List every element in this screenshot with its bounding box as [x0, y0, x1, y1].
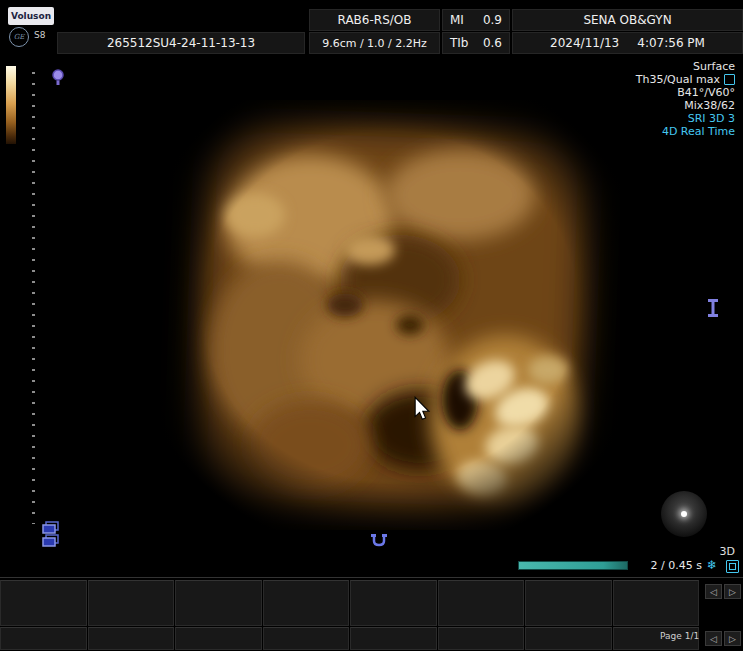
mi-value: 0.9 — [483, 13, 502, 27]
freeze-snowflake-icon: ❄ — [707, 558, 717, 572]
model-label: S8 — [34, 30, 45, 40]
facility-name: SENA OB&GYN — [583, 13, 671, 27]
soft-menu-cell[interactable] — [438, 627, 525, 650]
menu-divider — [0, 577, 743, 578]
quality-indicator-icon — [724, 74, 735, 85]
menu-prev-button[interactable]: ◁ — [705, 584, 722, 599]
fetal-3d-render — [160, 100, 620, 530]
date-label: 2024/11/13 — [550, 36, 619, 50]
cine-counter: 2 / 0.45 s — [634, 559, 702, 572]
mouse-cursor — [413, 396, 431, 426]
sri-setting: SRI 3D 3 — [688, 112, 735, 125]
render-parameters: Surface Th35/Qual max B41°/V60° Mix38/62… — [636, 60, 735, 138]
soft-menu-cell[interactable] — [263, 627, 350, 650]
probe-orientation-icon — [51, 69, 65, 90]
orientation-marker-icon — [706, 298, 720, 322]
soft-menu-cell[interactable] — [263, 580, 350, 626]
page-indicator: Page 1/1 — [660, 631, 706, 641]
probe-cell: RAB6-RS/OB — [309, 9, 440, 31]
image-layers-icon — [40, 521, 62, 551]
render-quality: Th35/Qual max — [636, 73, 720, 86]
dual-format-icon — [726, 560, 739, 573]
menu-next-button[interactable]: ▷ — [724, 584, 741, 599]
page-next-button[interactable]: ▷ — [724, 631, 741, 646]
acq-params: 9.6cm / 1.0 / 2.2Hz — [322, 37, 427, 50]
ultrasound-3d-viewport[interactable] — [160, 100, 620, 530]
ti-cell: TIb 0.6 — [442, 32, 510, 54]
trackball-dot — [681, 511, 687, 517]
soft-menu-cell[interactable] — [88, 580, 175, 626]
ti-label: TIb — [450, 36, 469, 50]
voluson-logo: Voluson — [8, 7, 54, 25]
ge-monogram-icon: GE — [9, 27, 29, 47]
soft-menu-cell[interactable] — [0, 627, 87, 650]
trackball-indicator — [661, 491, 707, 537]
cine-progress-bar[interactable] — [518, 561, 628, 570]
mi-label: MI — [450, 13, 464, 27]
soft-menu-cell[interactable] — [438, 580, 525, 626]
soft-menu-cell[interactable] — [0, 580, 87, 626]
realtime-mode: 4D Real Time — [662, 125, 735, 138]
page-prev-button[interactable]: ◁ — [705, 631, 722, 646]
soft-menu-cell[interactable] — [175, 580, 262, 626]
soft-menu-cell[interactable] — [350, 627, 437, 650]
grayscale-colormap-bar — [6, 66, 16, 144]
render-angles: B41°/V60° — [677, 86, 735, 99]
render-mode: Surface — [693, 60, 735, 73]
soft-menu-cell[interactable] — [175, 627, 262, 650]
datetime-cell: 2024/11/13 4:07:56 PM — [512, 32, 743, 54]
probe-marker-icon — [370, 533, 388, 552]
soft-menu-cell[interactable] — [525, 580, 612, 626]
soft-menu-cell[interactable] — [350, 580, 437, 626]
probe-name: RAB6-RS/OB — [338, 13, 412, 27]
render-mix: Mix38/62 — [684, 99, 735, 112]
ti-value: 0.6 — [483, 36, 502, 50]
depth-ruler-ticks — [32, 72, 35, 524]
patient-id: 265512SU4-24-11-13-13 — [107, 36, 255, 50]
soft-menu-cell[interactable] — [525, 627, 612, 650]
facility-cell: SENA OB&GYN — [512, 9, 743, 31]
soft-menu-cell[interactable] — [613, 580, 700, 626]
mi-cell: MI 0.9 — [442, 9, 510, 31]
soft-menu-grid — [0, 580, 699, 651]
ultrasound-screen: Voluson GE S8 265512SU4-24-11-13-13 RAB6… — [0, 0, 743, 651]
soft-menu-cell[interactable] — [88, 627, 175, 650]
time-label: 4:07:56 PM — [637, 36, 705, 50]
mode-3d-badge: 3D — [720, 545, 735, 558]
acq-params-cell: 9.6cm / 1.0 / 2.2Hz — [309, 32, 440, 54]
patient-id-cell: 265512SU4-24-11-13-13 — [57, 32, 305, 54]
